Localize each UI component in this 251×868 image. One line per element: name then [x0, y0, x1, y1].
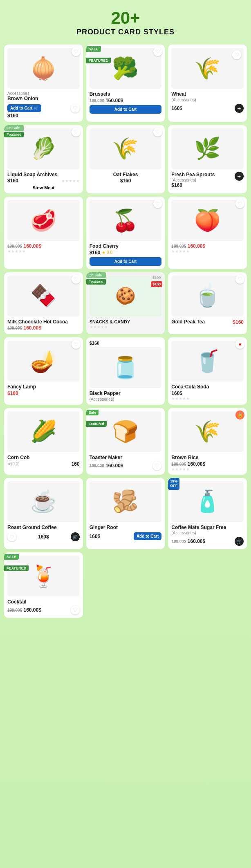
card-title: Black Papper: [90, 390, 162, 397]
card-toaster-maker: Sale Featured 🍞 Toaster Maker 199.00$ 16…: [86, 408, 165, 475]
sale-badge: SALE FEATURED: [86, 45, 111, 63]
card-plum: 🍑 ♡ 199.00$ 160.00$ ★★★★★: [168, 197, 247, 269]
old-price: 199.00$: [90, 464, 104, 468]
card-ginger-root: 🫚 Ginger Root 160$ Add to Cart: [86, 478, 165, 550]
card-price: 199.00$ 160.00$: [7, 607, 41, 613]
card-title: Cocktail: [7, 599, 80, 606]
wishlist-button[interactable]: ♡: [72, 275, 81, 284]
card-image: 🌽: [7, 411, 80, 452]
card-stew-meat: 🥩 199.00$ 160.00$ ★★★★★: [4, 197, 83, 269]
card-price: 199.00$ 160.00$: [7, 325, 80, 331]
star-rating: ★★★★★: [171, 396, 244, 401]
new-price: 160.00$: [105, 463, 123, 469]
new-price-badge: $160: [151, 281, 162, 287]
wishlist-button[interactable]: ♡: [72, 128, 81, 137]
add-to-cart-button[interactable]: Add to Cart: [90, 105, 162, 114]
lock-icon: 🔒: [235, 410, 244, 419]
card-price: $160: [90, 178, 162, 184]
card-price: 160: [72, 461, 80, 467]
card-coca-cola: ♥ 🥤 Coca-Cola Soda 160$ ★★★★★: [168, 337, 247, 405]
percent-badge: 19%OFF: [168, 478, 179, 490]
add-button[interactable]: +: [235, 172, 244, 181]
add-to-cart-button[interactable]: Add to Cart 🛒: [7, 104, 41, 112]
card-image: 🫙: [90, 347, 162, 388]
wishlist-button[interactable]: ♡: [72, 340, 81, 349]
card-price: $160: [7, 178, 18, 184]
hero-number: 20+: [4, 8, 247, 28]
wishlist-button[interactable]: ♡: [235, 275, 244, 284]
card-image: 🍒: [90, 200, 162, 241]
new-price: 160.00$: [24, 325, 41, 331]
wishlist-button[interactable]: ♡: [7, 532, 16, 541]
card-cocktail: SALE FEATURED 🍹 Cocktail 199.00$ 160.00$…: [4, 552, 83, 618]
star-rating: ★★★★★: [61, 179, 80, 183]
wishlist-button[interactable]: ♡: [152, 461, 161, 470]
star-rating: ★★★★★: [7, 249, 80, 253]
card-price: $160: [90, 250, 101, 256]
card-price: $160: [7, 390, 80, 396]
card-price: 199.00$ 160.00$: [90, 98, 162, 103]
new-price: 160.00$: [188, 538, 205, 544]
card-title: Brown Onion: [7, 96, 80, 102]
wishlist-button[interactable]: ♡: [153, 128, 162, 137]
card-image: 🥩: [7, 200, 80, 241]
card-subtitle: (Accessories): [90, 397, 162, 401]
card-image: 🫚: [90, 481, 162, 522]
page-header: 20+ PRODUCT CARD STYLES: [4, 8, 247, 36]
card-image: 🧴: [171, 481, 244, 522]
badges: SALE FEATURED: [4, 552, 29, 571]
card-subtitle: Accessories: [7, 91, 80, 96]
card-title: Roast Ground Coffee: [7, 525, 80, 531]
card-image: 🍫: [7, 276, 80, 316]
old-price: 199.00$: [90, 99, 104, 103]
card-coffee-mate: 19%OFF 🧴 Coffee Mate Sugar Free (Accesso…: [168, 478, 247, 550]
card-title: Oat Flakes: [90, 172, 162, 178]
new-price: 160.00$: [24, 243, 41, 249]
card-price: 199.00$ 160.00$: [171, 538, 205, 544]
wishlist-button-inline[interactable]: ♡: [71, 104, 80, 113]
card-brown-onion: 🧅 ♡ Accessories Brown Onion Add to Cart …: [4, 45, 83, 122]
card-price: 199.00$ 160.00$: [7, 243, 80, 249]
card-snacks-candy: On Sale Featured $199 $160 🍪 SNACKS & CA…: [86, 272, 165, 334]
card-roast-coffee: ☕ Roast Ground Coffee ♡ 160$ 🛒: [4, 478, 83, 550]
card-image: 🍵: [171, 276, 244, 316]
badges: Sale Featured: [86, 408, 107, 427]
card-image: ☕: [7, 481, 80, 522]
wishlist-button[interactable]: ♡: [232, 50, 241, 59]
card-image: 🥤: [171, 341, 244, 381]
new-price: 160.00$: [188, 461, 205, 467]
card-title: Brown Rice: [171, 455, 244, 461]
card-price: $160: [233, 319, 244, 325]
card-title: Brussels: [90, 91, 162, 98]
card-price: 160$: [171, 390, 244, 396]
cart-icon: 🛒: [235, 537, 244, 546]
card-subtitle: (Accessories): [171, 531, 244, 535]
card-title: SNACKS & CANDY: [90, 319, 162, 325]
badges: On Sale Featured: [86, 272, 106, 285]
card-image: 🌾: [90, 128, 162, 169]
card-price: 160$: [171, 105, 182, 111]
star-rating: ★★★★★: [171, 249, 244, 253]
sale-badge: Sale: [86, 410, 99, 415]
card-food-cherry: ♡ 🍒 Food Cherry $160 ★ 0.0 Add to Cart: [86, 197, 165, 269]
card-price-top: $160: [90, 341, 162, 345]
card-title: Wheat: [171, 91, 244, 98]
on-sale-badge: On Sale: [86, 272, 106, 278]
old-price: 199.00$: [171, 244, 186, 249]
old-price: 199.00$: [7, 608, 22, 612]
add-to-cart-button[interactable]: Add to Cart: [134, 532, 161, 540]
add-to-cart-button[interactable]: Add to Cart: [90, 257, 162, 266]
new-price: 160.00$: [24, 607, 41, 613]
card-corn-cob: 🌽 Corn Cob ★(0.0) 160: [4, 408, 83, 475]
wishlist-button[interactable]: ♡: [72, 47, 81, 56]
card-image: 🌾: [171, 411, 244, 452]
card-price: 199.00$ 160.00$: [90, 463, 123, 469]
star-rating: ★(0.0): [7, 462, 20, 466]
featured-badge: Featured: [86, 279, 106, 285]
card-fancy-lamp: ♡ 🪔 Fancy Lamp $160: [4, 337, 83, 405]
sale-badge: SALE: [4, 554, 19, 560]
card-title: Gold Peak Tea: [171, 319, 205, 325]
add-button[interactable]: +: [235, 104, 244, 113]
card-title: Milk Chocolate Hot Cocoa: [7, 319, 80, 325]
wishlist-button[interactable]: ♡: [71, 606, 80, 615]
